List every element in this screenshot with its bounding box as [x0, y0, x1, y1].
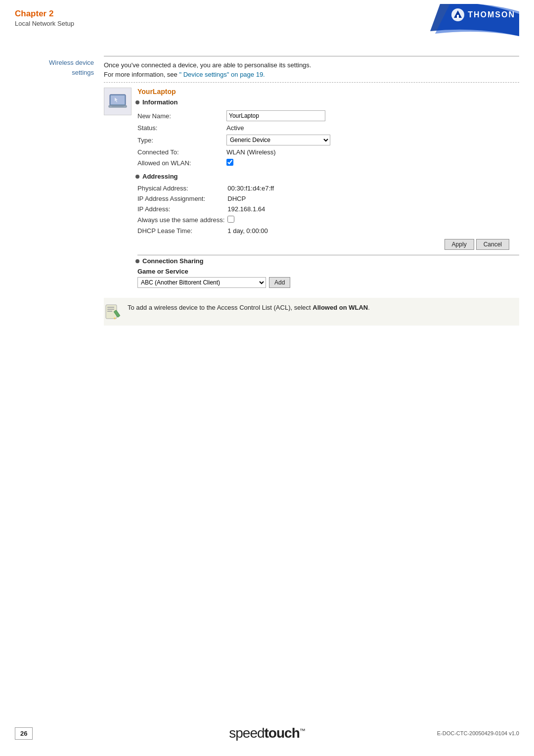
note-text-suffix: . [368, 304, 370, 311]
dhcp-lease-value: 1 day, 0:00:00 [227, 226, 519, 236]
status-value: Active [226, 123, 519, 133]
svg-rect-2 [457, 15, 459, 18]
addressing-header: Addressing [135, 173, 519, 180]
intro-text-2: For more information, see " Device setti… [104, 71, 519, 78]
ip-assignment-row: IP Address Assignment: DHCP [137, 193, 519, 204]
information-table: New Name: Status: Active Type: Generic D… [137, 109, 519, 169]
addressing-table: Physical Address: 00:30:f1:d4:e7:ff IP A… [137, 183, 519, 236]
status-label: Status: [137, 123, 226, 133]
note-text: To add a wireless device to the Access C… [128, 303, 370, 313]
game-service-row: ABC (Another Bittorent Client) Add [137, 277, 519, 288]
connected-to-row: Connected To: WLAN (Wireless) [137, 147, 519, 157]
connected-to-label: Connected To: [137, 147, 226, 157]
chapter-subtitle: Local Network Setup [15, 20, 74, 27]
section-label-line1: Wireless device [15, 58, 94, 68]
footer-doc-id: E-DOC-CTC-20050429-0104 v1.0 [437, 730, 519, 736]
footer-brand: speedtouch™ [229, 725, 305, 741]
intro-text-1: Once you've connected a device, you are … [104, 61, 519, 69]
note-text-prefix: To add a wireless device to the Access C… [128, 304, 312, 311]
new-name-row: New Name: [137, 109, 519, 123]
ip-address-value: 192.168.1.64 [227, 204, 519, 214]
page-header: Chapter 2 Local Network Setup T [0, 0, 534, 36]
physical-address-value: 00:30:f1:d4:e7:ff [227, 183, 519, 193]
device-info: YourLaptop Information New Name: Status: [137, 88, 519, 288]
information-label: Information [142, 98, 178, 106]
logo-text: THOMSON [468, 10, 515, 19]
connected-to-value: WLAN (Wireless) [226, 147, 519, 157]
device-icon [104, 88, 132, 115]
svg-rect-11 [107, 311, 112, 312]
information-header: Information [135, 98, 519, 106]
always-same-label: Always use the same address: [137, 214, 227, 226]
always-same-row: Always use the same address: [137, 214, 519, 226]
allowed-wlan-checkbox[interactable] [226, 159, 233, 166]
add-button[interactable]: Add [269, 277, 290, 288]
footer-brand-bold: touch [265, 725, 300, 741]
bullet-dot-info [135, 100, 139, 104]
connection-sharing-label: Connection Sharing [142, 257, 204, 265]
section-content: Once you've connected a device, you are … [104, 56, 519, 326]
logo-area: THOMSON [430, 9, 519, 36]
action-buttons: Apply Cancel [137, 239, 519, 250]
note-icon [104, 303, 122, 321]
section-label: Wireless device settings [15, 56, 104, 326]
game-service-label: Game or Service [137, 268, 519, 275]
connection-sharing-header: Connection Sharing [135, 257, 519, 265]
allowed-wlan-label: Allowed on WLAN: [137, 157, 226, 169]
physical-address-label: Physical Address: [137, 183, 227, 193]
ip-assignment-value: DHCP [227, 193, 519, 204]
addressing-label: Addressing [142, 173, 178, 180]
new-name-label: New Name: [137, 109, 226, 123]
thomson-icon [451, 8, 465, 22]
new-name-input[interactable] [226, 110, 325, 121]
svg-rect-10 [107, 309, 114, 310]
ip-address-label: IP Address: [137, 204, 227, 214]
allowed-wlan-row: Allowed on WLAN: [137, 157, 519, 169]
cancel-button[interactable]: Cancel [476, 239, 509, 250]
page-footer: 26 speedtouch™ E-DOC-CTC-20050429-0104 v… [0, 725, 534, 741]
svg-rect-9 [107, 307, 114, 308]
chapter-title: Chapter 2 [15, 9, 74, 19]
dashed-divider [104, 82, 519, 83]
chapter-info: Chapter 2 Local Network Setup [15, 9, 74, 27]
ip-address-row: IP Address: 192.168.1.64 [137, 204, 519, 214]
trademark-symbol: ™ [300, 727, 305, 734]
section-wrapper: Wireless device settings Once you've con… [15, 56, 519, 326]
ip-assignment-label: IP Address Assignment: [137, 193, 227, 204]
intro-link[interactable]: " Device settings" on page 19. [179, 71, 265, 78]
note-text-bold: Allowed on WLAN [312, 304, 368, 311]
game-service-select[interactable]: ABC (Another Bittorent Client) [137, 277, 266, 288]
device-panel: YourLaptop Information New Name: Status: [104, 88, 519, 288]
page-number: 26 [15, 727, 33, 740]
type-row: Type: Generic Device [137, 133, 519, 147]
apply-button[interactable]: Apply [445, 239, 474, 250]
note-box: To add a wireless device to the Access C… [104, 298, 519, 326]
connection-sharing-section: Connection Sharing Game or Service ABC (… [137, 255, 519, 288]
dhcp-lease-label: DHCP Lease Time: [137, 226, 227, 236]
device-name-title: YourLaptop [137, 88, 519, 95]
dhcp-lease-row: DHCP Lease Time: 1 day, 0:00:00 [137, 226, 519, 236]
bullet-dot-addressing [135, 175, 139, 179]
always-same-checkbox[interactable] [227, 216, 234, 223]
section-label-line2: settings [15, 68, 94, 78]
status-row: Status: Active [137, 123, 519, 133]
type-label: Type: [137, 133, 226, 147]
type-select[interactable]: Generic Device [226, 135, 330, 145]
main-content: Wireless device settings Once you've con… [0, 36, 534, 340]
physical-address-row: Physical Address: 00:30:f1:d4:e7:ff [137, 183, 519, 193]
bullet-dot-connection [135, 259, 139, 263]
